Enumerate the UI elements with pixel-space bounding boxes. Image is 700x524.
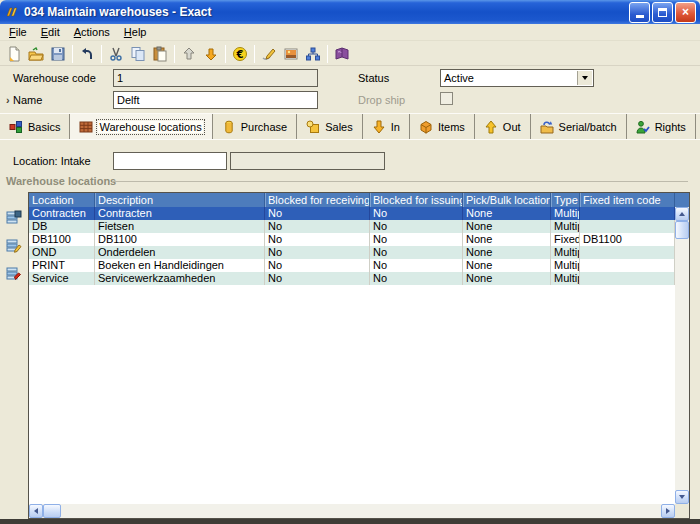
column-header-description[interactable]: Description: [95, 193, 265, 207]
column-header-location[interactable]: Location: [29, 193, 95, 207]
horizontal-scroll-thumb[interactable]: [43, 504, 61, 518]
paste-icon: [152, 46, 168, 62]
close-button[interactable]: ×: [675, 2, 696, 23]
toolbar-separator: [101, 45, 102, 63]
table-body: ContractenContractenNoNoNoneMultipDBFiet…: [29, 207, 675, 504]
mandatory-marker: ›: [6, 94, 10, 106]
edit-row-icon: [6, 237, 22, 253]
scrollbar-corner: [675, 504, 689, 518]
sign-button[interactable]: [258, 44, 280, 64]
cell-type: Fixed: [551, 233, 580, 246]
help-book-button[interactable]: [331, 44, 353, 64]
cut-icon: [108, 46, 124, 62]
location-input[interactable]: [113, 152, 227, 170]
vertical-scrollbar[interactable]: [675, 207, 689, 504]
cell-type: Multip: [551, 246, 580, 259]
tab-items[interactable]: Items: [410, 114, 475, 139]
section-title: Warehouse locations: [6, 175, 116, 187]
cell-description: Onderdelen: [95, 246, 265, 259]
euro-button[interactable]: €: [229, 44, 251, 64]
maximize-button[interactable]: [652, 2, 673, 23]
menu-help[interactable]: Help: [117, 25, 154, 39]
cell-pick-bulk-location: None: [463, 259, 551, 272]
cell-blocked-for-receiving: No: [265, 246, 370, 259]
delete-row-button[interactable]: [5, 264, 22, 281]
toolbar: €: [0, 42, 700, 66]
drop-ship-label: Drop ship: [358, 94, 405, 106]
save-button[interactable]: [47, 44, 69, 64]
horizontal-scrollbar[interactable]: [29, 504, 675, 518]
cell-blocked-for-issuing: No: [370, 220, 463, 233]
table-row[interactable]: DBFietsenNoNoNoneMultip: [29, 220, 675, 233]
column-header-blocked-for-issuing[interactable]: Blocked for issuing: [370, 193, 463, 207]
status-value: Active: [444, 72, 474, 84]
image-button[interactable]: [280, 44, 302, 64]
name-input[interactable]: Delft: [113, 91, 318, 109]
save-icon: [50, 46, 66, 62]
toolbar-separator: [327, 45, 328, 63]
tab-out[interactable]: Out: [475, 114, 531, 139]
euro-icon: €: [232, 46, 248, 62]
tab-label: Serial/batch: [559, 121, 617, 133]
warehouse-code-field: 1: [113, 69, 318, 87]
window-title: 034 Maintain warehouses - Exact: [24, 5, 629, 19]
status-select[interactable]: Active: [440, 69, 594, 87]
minimize-button[interactable]: [629, 2, 650, 23]
table-row[interactable]: DB1100DB1100NoNoNoneFixedDB1100: [29, 233, 675, 246]
column-header-type[interactable]: Type: [551, 193, 580, 207]
sign-icon: [261, 46, 277, 62]
table-row[interactable]: ContractenContractenNoNoNoneMultip: [29, 207, 675, 220]
scroll-right-button[interactable]: [661, 504, 675, 518]
horizontal-scroll-track[interactable]: [61, 504, 661, 518]
scroll-down-button[interactable]: [675, 490, 689, 504]
table-row[interactable]: ONDOnderdelenNoNoNoneMultip: [29, 246, 675, 259]
status-dropdown-button[interactable]: [577, 71, 592, 85]
table-row[interactable]: PRINTBoeken en HandleidingenNoNoNoneMult…: [29, 259, 675, 272]
open-folder-button[interactable]: [25, 44, 47, 64]
tab-sales[interactable]: Sales: [297, 114, 363, 139]
table-row[interactable]: ServiceServicewerkzaamhedenNoNoNoneMulti…: [29, 272, 675, 285]
tab-warehouse-locations[interactable]: Warehouse locations: [70, 114, 212, 139]
column-header-fixed-item-code[interactable]: Fixed item code: [580, 193, 675, 207]
image-icon: [283, 46, 299, 62]
paste-button[interactable]: [149, 44, 171, 64]
column-header-blocked-for-receiving[interactable]: Blocked for receiving: [265, 193, 370, 207]
tab-label: Warehouse locations: [98, 121, 202, 133]
cell-location: Contracten: [29, 207, 95, 220]
title-bar[interactable]: 034 Maintain warehouses - Exact ×: [0, 0, 700, 24]
tab-rights[interactable]: Rights: [627, 114, 696, 139]
tab-basics[interactable]: Basics: [0, 114, 70, 139]
scroll-up-button[interactable]: [675, 207, 689, 221]
move-down-button[interactable]: [200, 44, 222, 64]
warehouse-locations-table: LocationDescriptionBlocked for receiving…: [28, 192, 690, 519]
copy-button[interactable]: [127, 44, 149, 64]
column-header-pick-bulk-location[interactable]: Pick/Bulk location: [463, 193, 551, 207]
cell-description: DB1100: [95, 233, 265, 246]
tab-purchase[interactable]: Purchase: [213, 114, 297, 139]
move-up-button[interactable]: [178, 44, 200, 64]
cell-description: Boeken en Handleidingen: [95, 259, 265, 272]
menu-file[interactable]: File: [2, 25, 34, 39]
toolbar-separator: [225, 45, 226, 63]
close-icon: ×: [682, 5, 689, 19]
menu-bar: FileEditActionsHelp: [0, 24, 700, 41]
menu-edit[interactable]: Edit: [34, 25, 67, 39]
vertical-scroll-thumb[interactable]: [675, 221, 689, 239]
org-chart-button[interactable]: [302, 44, 324, 64]
new-document-button[interactable]: [3, 44, 25, 64]
undo-button[interactable]: [76, 44, 98, 64]
insert-row-button[interactable]: [5, 208, 22, 225]
purchase-icon: [222, 120, 236, 134]
cell-fixed-item-code: [580, 259, 675, 272]
tab-in[interactable]: In: [363, 114, 410, 139]
edit-row-button[interactable]: [5, 236, 22, 253]
menu-actions[interactable]: Actions: [67, 25, 117, 39]
cut-button[interactable]: [105, 44, 127, 64]
vertical-scroll-track[interactable]: [675, 239, 689, 490]
org-chart-icon: [305, 46, 321, 62]
tab-serial-batch[interactable]: Serial/batch: [531, 114, 627, 139]
warehouse-locations-icon: [79, 120, 93, 134]
cell-blocked-for-receiving: No: [265, 207, 370, 220]
rights-icon: [636, 120, 650, 134]
scroll-left-button[interactable]: [29, 504, 43, 518]
